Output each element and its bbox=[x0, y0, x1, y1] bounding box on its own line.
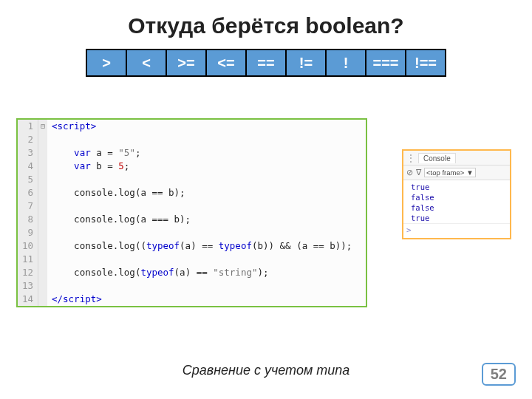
tab-console[interactable]: Console bbox=[418, 153, 456, 163]
console-toolbar: ⊘ ∇ <top frame> ▼ bbox=[403, 166, 510, 180]
line-number: 1 bbox=[18, 120, 38, 133]
console-line: false bbox=[411, 192, 505, 202]
fold-marker: ⊟ bbox=[38, 120, 47, 133]
code-line: 4 var b = 5; bbox=[18, 160, 366, 173]
fold-marker bbox=[38, 226, 47, 239]
fold-marker bbox=[38, 133, 47, 146]
line-number: 2 bbox=[18, 133, 38, 146]
operator-cell: ! bbox=[326, 50, 366, 76]
operator-table: ><>=<===!=!===!== bbox=[86, 49, 446, 77]
line-number: 3 bbox=[18, 146, 38, 160]
fold-marker bbox=[38, 213, 47, 226]
code-content: var b = 5; bbox=[47, 160, 366, 173]
code-editor: 1⊟<script>23 var a = "5";4 var b = 5;56 … bbox=[16, 118, 367, 307]
code-content: console.log(a === b); bbox=[47, 213, 366, 226]
code-content: var a = "5"; bbox=[47, 146, 366, 160]
fold-marker bbox=[38, 239, 47, 253]
line-number: 10 bbox=[18, 239, 38, 253]
line-number: 4 bbox=[18, 160, 38, 173]
menu-icon[interactable]: ⋮ bbox=[403, 153, 418, 163]
operator-cell: !== bbox=[406, 50, 446, 76]
code-line: 5 bbox=[18, 173, 366, 186]
code-content: <script> bbox=[47, 120, 366, 133]
code-content bbox=[47, 133, 366, 146]
code-content: console.log((typeof(a) == typeof(b)) && … bbox=[47, 239, 366, 253]
devtools-console: ⋮ Console ⊘ ∇ <top frame> ▼ truefalsefal… bbox=[402, 149, 511, 239]
code-line: 2 bbox=[18, 133, 366, 146]
frame-select-label: <top frame> bbox=[426, 168, 464, 177]
filter-icon[interactable]: ∇ bbox=[416, 168, 421, 177]
code-line: 1⊟<script> bbox=[18, 120, 366, 133]
code-line: 9 bbox=[18, 226, 366, 239]
code-content: console.log(typeof(a) == "string"); bbox=[47, 266, 366, 279]
clear-icon[interactable]: ⊘ bbox=[406, 168, 413, 177]
console-tab-bar: ⋮ Console bbox=[403, 151, 510, 166]
code-line: 8 console.log(a === b); bbox=[18, 213, 366, 226]
line-number: 14 bbox=[18, 293, 38, 306]
fold-marker bbox=[38, 253, 47, 266]
line-number: 13 bbox=[18, 279, 38, 293]
line-number: 6 bbox=[18, 186, 38, 200]
chevron-down-icon: ▼ bbox=[466, 168, 473, 177]
fold-marker bbox=[38, 266, 47, 279]
line-number: 9 bbox=[18, 226, 38, 239]
code-content bbox=[47, 173, 366, 186]
console-prompt[interactable]: > bbox=[403, 223, 510, 238]
operator-cell: === bbox=[366, 50, 406, 76]
code-line: 3 var a = "5"; bbox=[18, 146, 366, 160]
operator-cell: > bbox=[86, 50, 126, 76]
line-number: 8 bbox=[18, 213, 38, 226]
line-number: 7 bbox=[18, 200, 38, 213]
code-line: 12 console.log(typeof(a) == "string"); bbox=[18, 266, 366, 279]
frame-select[interactable]: <top frame> ▼ bbox=[424, 168, 476, 177]
fold-marker bbox=[38, 200, 47, 213]
console-line: true bbox=[411, 182, 505, 192]
operator-cell: <= bbox=[206, 50, 246, 76]
code-content bbox=[47, 253, 366, 266]
fold-marker bbox=[38, 173, 47, 186]
code-content bbox=[47, 279, 366, 293]
code-content bbox=[47, 226, 366, 239]
operator-cell: == bbox=[246, 50, 286, 76]
caption: Сравнение с учетом типа bbox=[0, 363, 532, 378]
fold-marker bbox=[38, 186, 47, 200]
code-line: 7 bbox=[18, 200, 366, 213]
line-number: 12 bbox=[18, 266, 38, 279]
operator-cell: >= bbox=[166, 50, 206, 76]
fold-marker bbox=[38, 279, 47, 293]
fold-marker bbox=[38, 160, 47, 173]
code-line: 13 bbox=[18, 279, 366, 293]
code-line: 14</script> bbox=[18, 293, 366, 306]
operator-cell: < bbox=[126, 50, 166, 76]
console-line: false bbox=[411, 202, 505, 213]
code-content: console.log(a == b); bbox=[47, 186, 366, 200]
line-number: 5 bbox=[18, 173, 38, 186]
fold-marker bbox=[38, 146, 47, 160]
code-content bbox=[47, 200, 366, 213]
code-line: 11 bbox=[18, 253, 366, 266]
code-content: </script> bbox=[47, 293, 366, 306]
page-title: Откуда берётся boolean? bbox=[0, 13, 532, 38]
code-line: 10 console.log((typeof(a) == typeof(b)) … bbox=[18, 239, 366, 253]
console-line: true bbox=[411, 213, 505, 223]
code-line: 6 console.log(a == b); bbox=[18, 186, 366, 200]
operator-cell: != bbox=[286, 50, 326, 76]
fold-marker bbox=[38, 293, 47, 306]
line-number: 11 bbox=[18, 253, 38, 266]
page-number: 52 bbox=[482, 363, 516, 386]
console-output: truefalsefalsetrue bbox=[403, 180, 510, 223]
